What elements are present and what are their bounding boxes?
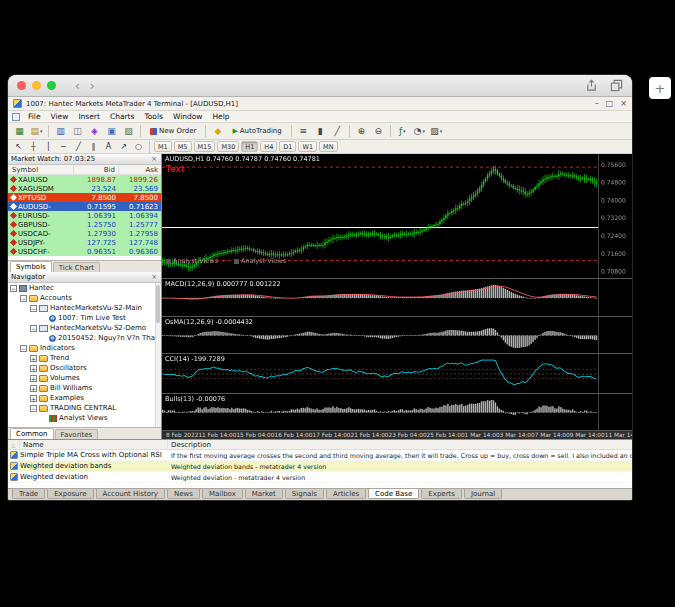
share-icon[interactable] [585,79,598,92]
cci-canvas[interactable] [162,354,632,393]
terminal-tab-experts[interactable]: Experts [421,489,462,499]
market-watch-row[interactable]: XPTUSD7.85007.8500 [8,193,161,202]
column-name[interactable]: Name [20,440,168,449]
candlestick-chart-icon[interactable]: ▮ [313,124,328,138]
terminal-tab-news[interactable]: News [167,489,200,499]
trendline-icon[interactable]: ╱ [72,141,85,153]
bulls-canvas[interactable] [162,394,632,430]
column-ask[interactable]: Ask [119,165,161,174]
terminal-tab-mailbox[interactable]: Mailbox [202,489,243,499]
main-chart-pane[interactable]: AUDUSD,H1 0.74760 0.74787 0.74760 0.7478… [162,154,632,278]
navigator-icon[interactable]: ◈ [87,124,102,138]
arrow-object-icon[interactable]: ↗ [117,141,130,153]
macd-pane[interactable]: MACD(12,26,9) 0.000777 0.001222 [162,278,632,316]
close-icon[interactable]: × [150,274,158,281]
tree-item-hantecmarketsvu-s2-main[interactable]: −HantecMarketsVu-S2-Main [8,303,161,313]
market-watch-row[interactable]: GBPUSD-1.257501.25777 [8,220,161,229]
codebase-row[interactable]: Weighted deviationWeighted deviation - m… [8,472,632,483]
timeframe-h4[interactable]: H4 [260,141,277,152]
market-watch-row[interactable]: USDJPY-127.725127.748 [8,238,161,247]
expand-toggle-icon[interactable]: + [30,385,37,392]
text-label-icon[interactable]: A [102,141,115,153]
expand-toggle-icon[interactable]: + [30,375,37,382]
codebase-row[interactable]: Weighted deviation bandsWeighted deviati… [8,461,632,472]
tree-item-oscillators[interactable]: +Oscillators [8,363,161,373]
timeframe-m1[interactable]: M1 [154,141,172,152]
menu-help[interactable]: Help [207,112,234,121]
window-close-button[interactable]: × [620,100,627,108]
chart-area[interactable]: AUDUSD,H1 0.74760 0.74787 0.74760 0.7478… [162,154,632,439]
timeframe-m5[interactable]: M5 [174,141,192,152]
tree-item-20150452-nguy-n-v-n-thanh[interactable]: 20150452: Nguy?n V?n Thanh [8,333,161,343]
horizontal-line-icon[interactable]: ─ [57,141,70,153]
chart-text-object[interactable]: Text [166,165,185,174]
menu-window[interactable]: Window [168,112,208,121]
zoom-out-icon[interactable]: ⊖ [371,124,386,138]
metaeditor-icon[interactable]: ◆ [210,124,225,138]
terminal-tab-account-history[interactable]: Account History [96,489,165,499]
expand-toggle-icon[interactable]: − [30,405,37,412]
market-watch-row[interactable]: XAGUSDM23.52423.569 [8,184,161,193]
cci-pane[interactable]: CCI(14) -199.7289 [162,353,632,393]
scrollbar-thumb[interactable] [156,285,160,323]
osma-pane[interactable]: OsMA(12,26,9) -0.0004432 [162,316,632,353]
tree-item-1007-tim-live-test[interactable]: 1007: Tim Live Test [8,313,161,323]
tree-item-volumes[interactable]: +Volumes [8,373,161,383]
sort-icon[interactable]: △ [8,440,20,449]
market-watch-row[interactable]: EURUSD-1.063911.06394 [8,211,161,220]
expand-toggle-icon[interactable]: − [30,325,37,332]
new-tab-button[interactable]: + [649,77,671,99]
market-watch-row[interactable]: AUDUSD-0.715950.71623 [8,202,161,211]
time-axis[interactable]: 8 Feb 202211 Feb 14:0015 Feb 04:0016 Feb… [162,430,632,439]
timeframe-h1[interactable]: H1 [241,141,258,152]
expand-toggle-icon[interactable]: − [20,345,27,352]
close-icon[interactable]: × [150,156,158,163]
menu-file[interactable]: File [23,112,46,121]
column-description[interactable]: Description [168,440,632,449]
navigator-scrollbar[interactable] [155,283,161,427]
tree-item-analyst-views[interactable]: Analyst Views [8,413,161,423]
timeframe-w1[interactable]: W1 [298,141,317,152]
tree-item-hantecmarketsvu-s2-demo[interactable]: −HantecMarketsVu-S2-Demo [8,323,161,333]
timeframe-d1[interactable]: D1 [279,141,296,152]
tree-item-examples[interactable]: +Examples [8,393,161,403]
market-watch-row[interactable]: XAUUSD1898.871899.26 [8,175,161,184]
equidistant-channel-icon[interactable]: ∥ [87,141,100,153]
column-bid[interactable]: Bid [74,165,119,174]
window-restore-button[interactable]: □ [606,100,614,108]
terminal-tab-articles[interactable]: Articles [326,489,366,499]
new-chart-icon[interactable]: ▦ [12,124,27,138]
terminal-icon[interactable]: ▣ [104,124,119,138]
terminal-tab-journal[interactable]: Journal [464,489,502,499]
timeframe-m30[interactable]: M30 [217,141,239,152]
expand-toggle-icon[interactable]: − [10,285,17,292]
indicators-icon[interactable]: ƒ▾ [395,124,410,138]
templates-icon[interactable]: ▨▾ [429,124,444,138]
menu-view[interactable]: View [46,112,74,121]
tree-item-indicators[interactable]: −Indicators [8,343,161,353]
terminal-tab-signals[interactable]: Signals [285,489,324,499]
tab-favorites[interactable]: Favorites [55,429,99,439]
timeframe-mn[interactable]: MN [319,141,337,152]
back-button[interactable]: ‹ [70,80,85,92]
expand-toggle-icon[interactable]: + [30,395,37,402]
terminal-tab-exposure[interactable]: Exposure [47,489,93,499]
terminal-tab-trade[interactable]: Trade [12,489,45,499]
window-minimize-button[interactable]: – [595,100,599,108]
bulls-pane[interactable]: Bulls(13) -0.00076 [162,393,632,430]
menu-insert[interactable]: Insert [73,112,105,121]
expand-toggle-icon[interactable]: − [30,305,37,312]
strategy-tester-icon[interactable]: ▧ [121,124,136,138]
expand-toggle-icon[interactable]: − [20,295,27,302]
app-titlebar[interactable]: 1007: Hantec Markets MetaTrader 4 Termin… [8,97,632,111]
new-order-button[interactable]: New Order [145,124,201,138]
vertical-line-icon[interactable]: │ [42,141,55,153]
crosshair-icon[interactable]: ┼ [27,141,40,153]
data-window-icon[interactable]: ◫ [70,124,85,138]
timeframe-m15[interactable]: M15 [194,141,216,152]
autotrading-button[interactable]: ▶AutoTrading [227,124,286,138]
tree-item-hantec[interactable]: −Hantec [8,283,161,293]
expand-toggle-icon[interactable]: + [30,365,37,372]
tree-item-bill-williams[interactable]: +Bill Williams [8,383,161,393]
stacked-windows-icon[interactable] [610,79,623,92]
